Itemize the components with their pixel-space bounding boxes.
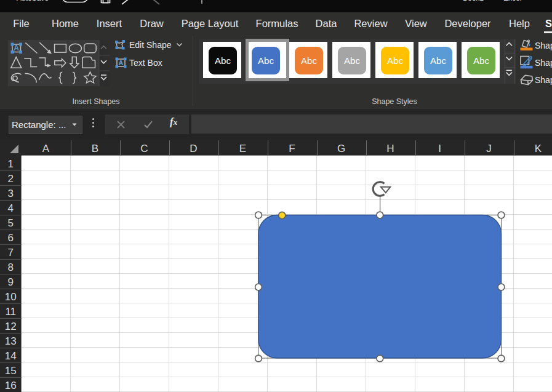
svg-text:A: A — [119, 59, 124, 66]
svg-text:A: A — [14, 44, 19, 52]
